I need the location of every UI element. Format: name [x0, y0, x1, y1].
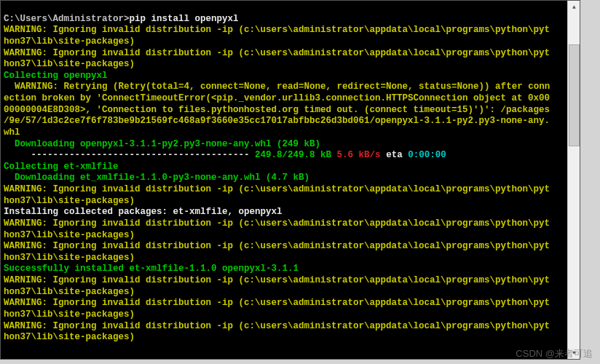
progress-done: 249.8/249.8 kB	[255, 150, 331, 160]
install-collected: Installing collected packages: et-xmlfil…	[4, 207, 283, 217]
progress-eta: 0:00:00	[408, 150, 446, 160]
install-success: Successfully installed et-xmlfile-1.1.0 …	[4, 264, 299, 274]
scroll-up-arrow-icon[interactable]: ▲	[568, 1, 580, 13]
warning-line: hon37\lib\site-packages)	[4, 59, 135, 69]
warning-line: WARNING: Ignoring invalid distribution -…	[4, 218, 550, 229]
terminal-output[interactable]: C:\Users\Administrator>pip install openp…	[1, 1, 580, 345]
warning-line: hon37\lib\site-packages)	[4, 287, 135, 297]
progress-bar: ----------------------------------------	[4, 150, 255, 160]
scroll-thumb[interactable]	[569, 44, 580, 146]
warning-line: hon37\lib\site-packages)	[4, 253, 135, 263]
warning-line: WARNING: Ignoring invalid distribution -…	[4, 184, 550, 194]
warning-line: WARNING: Ignoring invalid distribution -…	[4, 275, 550, 285]
warning-line: WARNING: Ignoring invalid distribution -…	[4, 48, 550, 58]
vertical-scrollbar[interactable]: ▲ ▼	[567, 1, 580, 359]
warning-line: WARNING: Ignoring invalid distribution -…	[4, 298, 550, 308]
prompt-command: pip install openpyxl	[130, 14, 239, 24]
retry-line: 00000004E8D308>, 'Connection to files.py…	[4, 105, 550, 115]
retry-line: /9e/57/1d3c2ce7f6f783be9b21569fc468a9f36…	[4, 116, 550, 126]
collecting-line: Collecting et-xmlfile	[4, 162, 119, 172]
warning-line: WARNING: Ignoring invalid distribution -…	[4, 241, 550, 251]
retry-line: ection broken by 'ConnectTimeoutError(<p…	[4, 93, 550, 103]
warning-line: hon37\lib\site-packages)	[4, 36, 135, 47]
retry-line: WARNING: Retrying (Retry(total=4, connec…	[4, 82, 550, 92]
warning-line: hon37\lib\site-packages)	[4, 196, 135, 206]
download-line: Downloading et_xmlfile-1.1.0-py3-none-an…	[4, 173, 309, 183]
warning-line: hon37\lib\site-packages)	[4, 230, 135, 240]
warning-line: hon37\lib\site-packages)	[4, 309, 135, 320]
terminal-window: C:\Users\Administrator>pip install openp…	[0, 0, 580, 360]
collecting-line: Collecting openpyxl	[4, 71, 108, 81]
warning-line: hon37\lib\site-packages)	[4, 332, 135, 342]
warning-line: WARNING: Ignoring invalid distribution -…	[4, 25, 550, 35]
download-line: Downloading openpyxl-3.1.1-py2.py3-none-…	[4, 139, 320, 149]
watermark-text: CSDN @来者可追	[516, 348, 593, 360]
warning-line: WARNING: Ignoring invalid distribution -…	[4, 321, 550, 331]
retry-line: whl	[4, 127, 20, 138]
prompt-path: C:\Users\Administrator>	[4, 14, 130, 24]
progress-speed: 5.6 kB/s	[331, 150, 381, 160]
progress-eta-label: eta	[381, 150, 408, 160]
